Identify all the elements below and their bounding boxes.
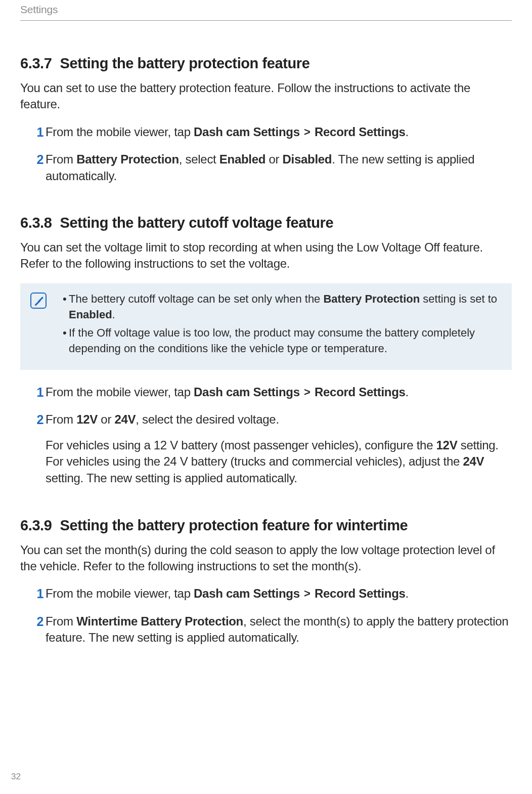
step-number: 2 xyxy=(32,151,43,169)
section-heading: 6.3.8Setting the battery cutoff voltage … xyxy=(20,215,512,231)
chevron-right-icon: > xyxy=(304,126,311,138)
step-text: or xyxy=(265,152,282,166)
ui-path-bold: Record Settings xyxy=(315,125,406,139)
ui-term-bold: 12V xyxy=(76,412,98,426)
page-number: 32 xyxy=(11,772,21,782)
section-intro: You can set the month(s) during the cold… xyxy=(20,542,512,575)
note-text: If the Off voltage value is too low, the… xyxy=(69,326,475,355)
step-text: From the mobile viewer, tap xyxy=(46,587,194,600)
step-number: 2 xyxy=(32,411,43,429)
ui-path-bold: Dash cam Settings xyxy=(194,125,300,139)
note-item: If the Off voltage value is too low, the… xyxy=(63,325,501,357)
step-subtext: For vehicles using a 12 V battery (most … xyxy=(46,437,512,487)
page-header-breadcrumb: Settings xyxy=(20,0,512,21)
step-text: From xyxy=(46,614,76,628)
step-text: . xyxy=(406,125,409,139)
section-heading: 6.3.9Setting the battery protection feat… xyxy=(20,517,512,534)
section-number: 6.3.7 xyxy=(20,55,52,72)
note-text: The bettery cutoff voltage can be set on… xyxy=(69,292,323,305)
section-639: 6.3.9Setting the battery protection feat… xyxy=(20,517,512,646)
section-637: 6.3.7Setting the battery protection feat… xyxy=(20,55,512,184)
step-list: 1 From the mobile viewer, tap Dash cam S… xyxy=(20,384,512,487)
ui-term-bold: 24V xyxy=(114,412,136,426)
step-list: 1 From the mobile viewer, tap Dash cam S… xyxy=(20,124,512,184)
ui-path-bold: Dash cam Settings xyxy=(194,587,300,600)
section-title-text: Setting the battery cutoff voltage featu… xyxy=(60,215,334,231)
section-heading: 6.3.7Setting the battery protection feat… xyxy=(20,55,512,72)
section-title-text: Setting the battery protection feature xyxy=(60,55,310,71)
step-number: 2 xyxy=(32,613,43,631)
step-number: 1 xyxy=(32,384,43,401)
chevron-right-icon: > xyxy=(304,386,311,398)
ui-term-bold: Enabled xyxy=(69,308,112,321)
step-number: 1 xyxy=(32,124,43,141)
step-text: From the mobile viewer, tap xyxy=(46,125,194,139)
ui-term-bold: 12V xyxy=(436,438,458,452)
step-text: . xyxy=(406,587,409,600)
page-content: 6.3.7Setting the battery protection feat… xyxy=(20,21,512,646)
note-icon xyxy=(30,292,47,309)
ui-path-bold: Record Settings xyxy=(315,587,406,600)
section-intro: You can set to use the battery protectio… xyxy=(20,80,512,113)
step-item: 1 From the mobile viewer, tap Dash cam S… xyxy=(38,384,512,400)
note-item: The bettery cutoff voltage can be set on… xyxy=(63,291,501,323)
step-item: 2 From Wintertime Battery Protection, se… xyxy=(38,613,512,646)
note-list: The bettery cutoff voltage can be set on… xyxy=(31,291,501,357)
ui-term-bold: 24V xyxy=(463,454,484,468)
ui-term-bold: Battery Protection xyxy=(76,152,179,166)
step-number: 1 xyxy=(32,586,43,603)
ui-path-bold: Record Settings xyxy=(315,385,406,399)
note-box: The bettery cutoff voltage can be set on… xyxy=(20,283,512,370)
step-text: From the mobile viewer, tap xyxy=(46,385,194,399)
section-number: 6.3.9 xyxy=(20,517,52,534)
step-list: 1 From the mobile viewer, tap Dash cam S… xyxy=(20,586,512,646)
step-text: From xyxy=(46,152,76,166)
note-text: . xyxy=(112,308,115,321)
section-number: 6.3.8 xyxy=(20,215,52,231)
step-item: 2 From Battery Protection, select Enable… xyxy=(38,151,512,184)
step-item: 1 From the mobile viewer, tap Dash cam S… xyxy=(38,124,512,140)
step-text: , select the desired voltage. xyxy=(136,412,279,426)
chevron-right-icon: > xyxy=(304,587,311,600)
page: Settings 6.3.7Setting the battery protec… xyxy=(0,0,532,794)
section-title-text: Setting the battery protection feature f… xyxy=(60,517,408,533)
ui-path-bold: Dash cam Settings xyxy=(194,385,300,399)
step-text: setting. The new setting is applied auto… xyxy=(46,471,297,485)
note-text: setting is set to xyxy=(420,292,497,305)
ui-term-bold: Disabled xyxy=(283,152,332,166)
step-text: For vehicles using a 12 V battery (most … xyxy=(46,438,436,452)
step-item: 2 From 12V or 24V, select the desired vo… xyxy=(38,411,512,486)
ui-term-bold: Enabled xyxy=(219,152,265,166)
section-intro: You can set the voltage limit to stop re… xyxy=(20,239,512,272)
step-item: 1 From the mobile viewer, tap Dash cam S… xyxy=(38,586,512,602)
step-text: . xyxy=(406,385,409,399)
step-text: or xyxy=(98,412,114,426)
ui-term-bold: Wintertime Battery Protection xyxy=(76,614,243,628)
section-638: 6.3.8Setting the battery cutoff voltage … xyxy=(20,215,512,487)
step-text: From xyxy=(46,412,76,426)
ui-term-bold: Battery Protection xyxy=(323,292,420,305)
step-text: , select xyxy=(179,152,219,166)
